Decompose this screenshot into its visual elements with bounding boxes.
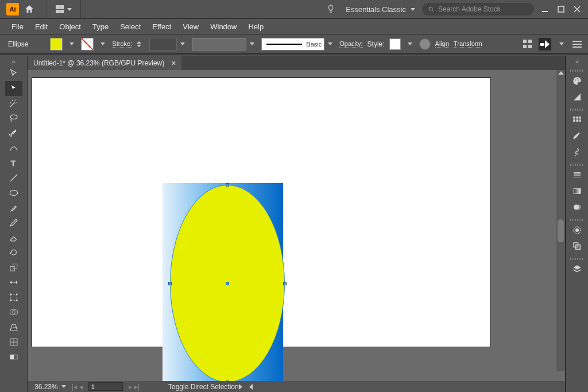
minimize-button[interactable] [540,4,550,14]
menu-edit[interactable]: Edit [29,22,53,31]
type-tool[interactable]: T [5,156,22,170]
scale-tool[interactable] [5,260,22,275]
isolate-button[interactable] [523,39,533,49]
next-artboard-button[interactable]: ▸ [129,383,132,391]
ellipse-tool[interactable] [5,185,22,200]
appearance-panel-button[interactable] [569,222,585,238]
panel-grip[interactable] [570,219,584,221]
panel-menu-button[interactable] [572,39,582,49]
eraser-tool[interactable] [5,230,22,245]
menu-view[interactable]: View [177,22,204,31]
panel-grip[interactable] [570,164,584,166]
artboard-number-field[interactable] [88,382,123,391]
recolor-artwork-button[interactable] [419,38,431,50]
line-tool[interactable] [5,170,22,185]
prev-artboard-button[interactable]: ◂ [79,383,83,391]
close-button[interactable] [572,4,582,14]
variable-width-profile[interactable] [192,38,246,51]
home-button[interactable] [22,2,36,16]
last-artboard-button[interactable]: ▸| [134,383,140,391]
svg-point-44 [576,205,581,210]
stroke-panel-button[interactable] [569,167,585,183]
graphic-styles-panel-button[interactable] [569,238,585,254]
mesh-tool[interactable] [5,335,22,350]
menu-type[interactable]: Type [87,22,114,31]
opacity-label[interactable]: Opacity: [339,40,362,48]
brush-definition[interactable]: Basic [261,38,324,51]
maximize-button[interactable] [556,4,566,14]
style-dropdown[interactable] [405,38,415,51]
vertical-scrollbar[interactable] [556,70,565,371]
status-play-icon [239,384,242,390]
menu-object[interactable]: Object [53,22,87,31]
anchor-handle-top[interactable] [226,183,229,187]
anchor-handle-bottom[interactable] [226,381,229,381]
first-artboard-button[interactable]: |◂ [72,383,77,391]
menu-file[interactable]: File [6,22,29,31]
stroke-weight-stepper[interactable] [137,38,145,51]
gradient-panel-button[interactable] [569,183,585,199]
align-to-button[interactable] [539,38,551,51]
zoom-level[interactable]: 36.23% [34,383,66,391]
symbols-panel-button[interactable] [569,144,585,160]
stroke-dropdown[interactable] [98,38,107,51]
curvature-tool[interactable] [5,141,22,156]
search-input[interactable]: Search Adobe Stock [422,3,534,15]
brush-dropdown[interactable] [326,38,335,51]
center-point[interactable] [226,282,229,285]
fill-dropdown[interactable] [67,38,76,51]
stroke-weight-field[interactable] [149,38,177,51]
free-transform-tool[interactable] [5,290,22,305]
transparency-panel-button[interactable] [569,199,585,215]
workspace-switcher[interactable]: Essentials Classic [346,5,415,14]
width-tool[interactable] [5,275,22,290]
fill-swatch[interactable] [50,38,63,51]
transform-link[interactable]: Transform [454,40,482,48]
pen-tool[interactable] [5,126,22,141]
stroke-swatch[interactable] [81,38,94,51]
anchor-handle-right[interactable] [283,282,287,285]
svg-point-15 [10,191,18,196]
color-panel-button[interactable] [569,73,585,89]
magic-wand-tool[interactable] [5,96,22,111]
horizontal-scrollbar[interactable] [247,383,565,391]
menu-select[interactable]: Select [114,22,146,31]
brushes-panel-button[interactable] [569,128,585,144]
color-guide-panel-button[interactable] [569,89,585,105]
right-panel-dock: « [565,56,588,392]
dock-toggle[interactable]: « [575,58,579,66]
shape-builder-tool[interactable] [5,305,22,320]
variable-width-dropdown[interactable] [247,38,257,51]
pencil-tool[interactable] [5,215,22,230]
menu-help[interactable]: Help [242,22,269,31]
selection-tool[interactable] [5,66,22,81]
align-link[interactable]: Align [435,40,449,48]
menu-window[interactable]: Window [204,22,242,31]
lasso-tool[interactable] [5,111,22,126]
toolbox-toggle[interactable]: » [11,58,15,66]
canvas[interactable] [28,70,565,381]
pencil-icon [9,218,19,228]
direct-selection-tool[interactable] [5,81,22,96]
swatches-panel-button[interactable] [569,112,585,128]
stroke-weight-dropdown[interactable] [178,38,187,51]
align-to-dropdown[interactable] [557,38,566,51]
panel-grip[interactable] [570,69,584,72]
scrollbar-thumb[interactable] [558,219,564,242]
panel-grip[interactable] [570,108,584,111]
document-tab[interactable]: Untitled-1* @ 36.23% (RGB/GPU Preview) × [28,56,181,70]
perspective-tool[interactable] [5,320,22,335]
panel-grip[interactable] [570,258,584,260]
close-tab-button[interactable]: × [171,59,176,68]
layers-panel-button[interactable] [569,261,585,277]
stroke-label[interactable]: Stroke: [112,40,132,48]
learn-button[interactable] [326,4,335,15]
chevron-down-icon [67,8,72,11]
rotate-tool[interactable] [5,245,22,260]
menu-effect[interactable]: Effect [146,22,177,31]
graphic-style-swatch[interactable] [389,38,401,50]
document-layout-picker[interactable] [47,0,81,19]
gradient-tool[interactable] [5,350,22,364]
paintbrush-tool[interactable] [5,200,22,215]
anchor-handle-left[interactable] [168,282,172,285]
